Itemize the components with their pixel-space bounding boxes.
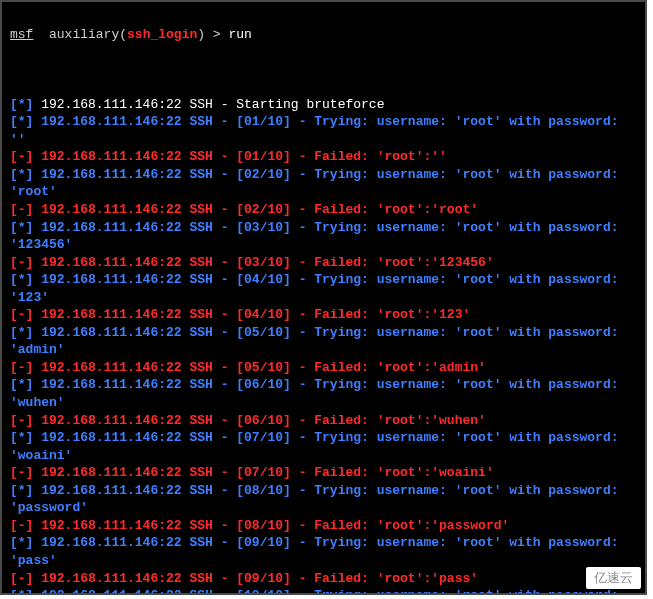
line-fail: [-] 192.168.111.146:22 SSH - [05/10] - F…	[10, 359, 639, 377]
line-pass: ''	[10, 131, 639, 149]
line-try: [*] 192.168.111.146:22 SSH - [03/10] - T…	[10, 219, 639, 237]
line-fail: [-] 192.168.111.146:22 SSH - [08/10] - F…	[10, 517, 639, 535]
msf-prompt[interactable]: msf auxiliary(ssh_login) > run	[10, 26, 639, 44]
line-fail: [-] 192.168.111.146:22 SSH - [03/10] - F…	[10, 254, 639, 272]
line-try: [*] 192.168.111.146:22 SSH - [07/10] - T…	[10, 429, 639, 447]
line-fail: [-] 192.168.111.146:22 SSH - [04/10] - F…	[10, 306, 639, 324]
line-pass: 'admin'	[10, 341, 639, 359]
line-fail: [-] 192.168.111.146:22 SSH - [06/10] - F…	[10, 412, 639, 430]
line-try: [*] 192.168.111.146:22 SSH - [05/10] - T…	[10, 324, 639, 342]
line-try: [*] 192.168.111.146:22 SSH - [08/10] - T…	[10, 482, 639, 500]
terminal-output: msf auxiliary(ssh_login) > run [*] 192.1…	[0, 0, 647, 595]
watermark: 亿速云	[586, 567, 641, 589]
line-fail: [-] 192.168.111.146:22 SSH - [09/10] - F…	[10, 570, 639, 588]
line-pass: 'wuhen'	[10, 394, 639, 412]
line-fail: [-] 192.168.111.146:22 SSH - [01/10] - F…	[10, 148, 639, 166]
line-pass: '123'	[10, 289, 639, 307]
line-start: [*] 192.168.111.146:22 SSH - Starting br…	[10, 96, 639, 114]
line-try: [*] 192.168.111.146:22 SSH - [02/10] - T…	[10, 166, 639, 184]
command-run: run	[228, 27, 251, 42]
line-pass: '123456'	[10, 236, 639, 254]
line-pass: 'root'	[10, 183, 639, 201]
line-fail: [-] 192.168.111.146:22 SSH - [02/10] - F…	[10, 201, 639, 219]
prompt-msf: msf	[10, 27, 33, 42]
line-try: [*] 192.168.111.146:22 SSH - [04/10] - T…	[10, 271, 639, 289]
line-pass: 'woaini'	[10, 447, 639, 465]
line-fail: [-] 192.168.111.146:22 SSH - [07/10] - F…	[10, 464, 639, 482]
line-pass: 'password'	[10, 499, 639, 517]
line-try: [*] 192.168.111.146:22 SSH - [01/10] - T…	[10, 113, 639, 131]
line-try: [*] 192.168.111.146:22 SSH - [10/10] - T…	[10, 587, 639, 595]
line-pass: 'pass'	[10, 552, 639, 570]
line-try: [*] 192.168.111.146:22 SSH - [09/10] - T…	[10, 534, 639, 552]
line-try: [*] 192.168.111.146:22 SSH - [06/10] - T…	[10, 376, 639, 394]
